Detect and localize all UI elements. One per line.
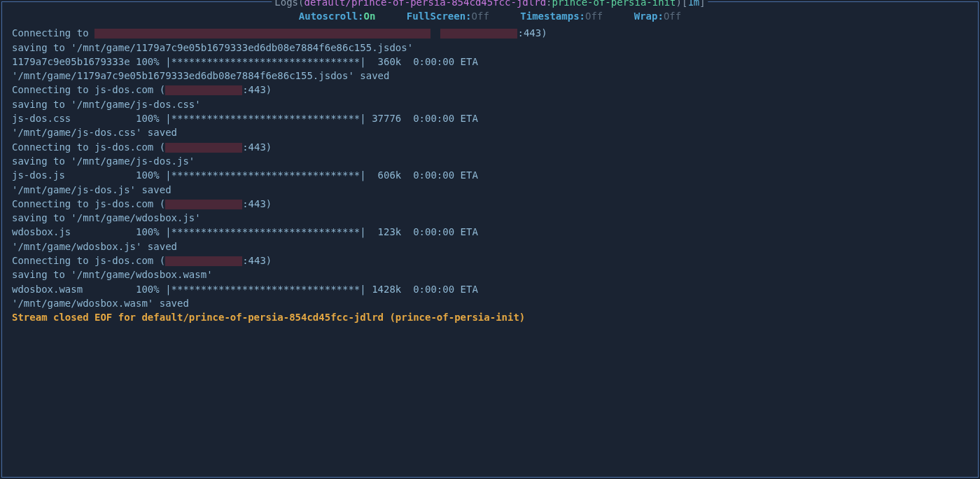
- log-line: saving to '/mnt/game/js-dos.js': [12, 154, 968, 168]
- title-age: 1m: [687, 0, 699, 8]
- log-line: saving to '/mnt/game/wdosbox.js': [12, 211, 968, 225]
- log-line: Connecting to js-dos.com ( :443): [12, 83, 968, 97]
- log-panel: Logs(default/prince-of-persia-854cd45fcc…: [1, 1, 979, 478]
- log-line: '/mnt/game/js-dos.js' saved: [12, 183, 968, 197]
- title-container: prince-of-persia-init: [552, 0, 676, 8]
- title-prefix: Logs: [274, 0, 298, 8]
- log-line: '/mnt/game/js-dos.css' saved: [12, 125, 968, 139]
- redacted-host: [440, 29, 517, 39]
- log-line: Stream closed EOF for default/prince-of-…: [12, 310, 968, 324]
- redacted-ip: [165, 200, 242, 209]
- log-line: js-dos.css 100% |***********************…: [12, 111, 968, 125]
- redacted-host: [94, 29, 430, 39]
- options-bar: Autoscroll:On FullScreen:Off Timestamps:…: [2, 8, 978, 25]
- log-line: js-dos.js 100% |************************…: [12, 168, 968, 182]
- redacted-ip: [165, 143, 242, 153]
- log-line: saving to '/mnt/game/wdosbox.wasm': [12, 268, 968, 282]
- log-line: Connecting to js-dos.com ( :443): [12, 254, 968, 268]
- log-line: saving to '/mnt/game/js-dos.css': [12, 97, 968, 111]
- title-namespace-pod: default/prince-of-persia-854cd45fcc-jdlr…: [304, 0, 546, 8]
- option-fullscreen[interactable]: FullScreen:Off: [407, 9, 489, 23]
- log-line: '/mnt/game/wdosbox.js' saved: [12, 240, 968, 254]
- log-line: Connecting to js-dos.com ( :443): [12, 197, 968, 211]
- log-line: Connecting to :443): [12, 26, 968, 40]
- log-line: wdosbox.wasm 100% |*********************…: [12, 282, 968, 296]
- panel-title: Logs(default/prince-of-persia-854cd45fcc…: [272, 0, 708, 9]
- log-content[interactable]: Connecting to :443)saving to '/mnt/game/…: [2, 25, 978, 326]
- log-line: '/mnt/game/1179a7c9e05b1679333ed6db08e78…: [12, 69, 968, 83]
- redacted-ip: [165, 85, 242, 95]
- log-line: wdosbox.js 100% |***********************…: [12, 225, 968, 239]
- log-line: 1179a7c9e05b1679333e 100% |*************…: [12, 55, 968, 69]
- option-autoscroll[interactable]: Autoscroll:On: [299, 9, 376, 23]
- option-timestamps[interactable]: Timestamps:Off: [520, 9, 603, 23]
- log-line: Connecting to js-dos.com ( :443): [12, 140, 968, 154]
- log-line: saving to '/mnt/game/1179a7c9e05b1679333…: [12, 41, 968, 55]
- option-wrap[interactable]: Wrap:Off: [634, 9, 681, 23]
- log-line: '/mnt/game/wdosbox.wasm' saved: [12, 296, 968, 310]
- redacted-ip: [165, 256, 242, 266]
